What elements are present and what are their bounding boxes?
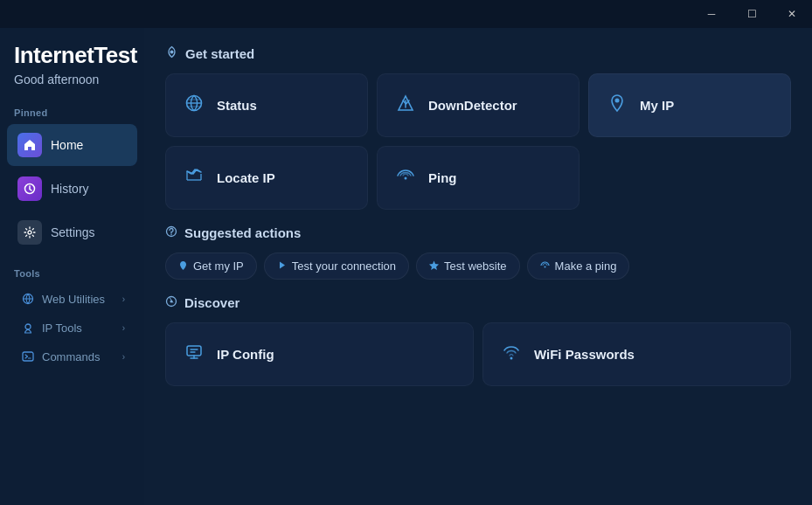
main-content: Get started Status <box>144 28 812 505</box>
status-label: Status <box>217 98 257 113</box>
svg-point-5 <box>170 51 174 54</box>
ipconfig-label: IP Config <box>217 347 274 362</box>
close-button[interactable]: ✕ <box>772 0 812 28</box>
status-icon <box>182 93 206 117</box>
testconnection-chip-icon <box>277 260 287 273</box>
testwebsite-chip-icon <box>429 260 439 273</box>
suggested-label: Suggested actions <box>184 225 301 240</box>
svg-point-3 <box>25 324 31 329</box>
feature-card-myip[interactable]: My IP <box>588 73 791 137</box>
svg-point-9 <box>405 177 407 180</box>
svg-point-14 <box>544 266 545 267</box>
myip-label: My IP <box>640 98 674 113</box>
ping-label: Ping <box>428 170 457 185</box>
discover-grid: IP Config WiFi Passwords <box>165 322 791 386</box>
suggested-section: Suggested actions Get my IP <box>165 225 791 280</box>
chip-testconnection[interactable]: Test your connection <box>264 252 409 280</box>
chip-makeaping-label: Make a ping <box>555 259 617 273</box>
sidebar-item-web-utilities[interactable]: Web Utilities › <box>7 285 137 313</box>
feature-card-downdetector[interactable]: DownDetector <box>377 73 580 137</box>
web-utilities-label: Web Utilities <box>42 293 105 306</box>
chip-testwebsite-label: Test website <box>444 259 507 273</box>
chip-getmyip[interactable]: Get my IP <box>165 252 257 280</box>
feature-card-status[interactable]: Status <box>165 73 368 137</box>
titlebar: ─ ☐ ✕ <box>691 0 812 28</box>
locateip-icon <box>182 166 206 190</box>
commands-label: Commands <box>42 350 100 363</box>
app-subtitle: Good afternoon <box>0 73 144 100</box>
get-started-label: Get started <box>185 46 254 61</box>
commands-icon <box>21 349 35 363</box>
svg-rect-17 <box>187 346 201 356</box>
chip-testwebsite[interactable]: Test website <box>416 252 520 280</box>
sidebar-item-commands[interactable]: Commands › <box>7 342 137 370</box>
suggested-header: Suggested actions <box>165 225 791 240</box>
discover-card-ipconfig[interactable]: IP Config <box>165 322 474 386</box>
chip-makeaping[interactable]: Make a ping <box>527 252 630 280</box>
settings-icon <box>17 220 42 245</box>
svg-marker-12 <box>280 261 285 268</box>
sidebar-item-home[interactable]: Home <box>7 124 137 166</box>
ipconfig-icon <box>182 342 206 366</box>
wifipasswords-label: WiFi Passwords <box>534 347 635 362</box>
history-icon <box>17 176 42 201</box>
pinned-label: Pinned <box>0 100 144 123</box>
discover-header: Discover <box>165 295 791 310</box>
feature-grid: Status DownDetector <box>165 73 791 210</box>
svg-point-18 <box>510 357 513 360</box>
web-utilities-chevron: › <box>122 294 125 304</box>
sidebar: InternetTest Good afternoon Pinned Home … <box>0 28 144 505</box>
get-started-icon <box>165 45 178 61</box>
myip-icon <box>605 93 629 117</box>
feature-card-locateip[interactable]: Locate IP <box>165 146 368 210</box>
downdetector-icon <box>393 93 418 117</box>
action-chips: Get my IP Test your connection <box>165 252 791 280</box>
sidebar-item-history[interactable]: History <box>7 168 137 210</box>
web-utilities-icon <box>21 292 35 306</box>
locateip-label: Locate IP <box>217 170 275 185</box>
suggested-icon <box>165 225 177 240</box>
wifipasswords-icon <box>499 342 524 366</box>
get-started-header: Get started <box>165 45 791 61</box>
discover-label: Discover <box>184 295 239 310</box>
makeaping-chip-icon <box>540 260 550 273</box>
commands-chevron: › <box>122 352 125 362</box>
svg-point-11 <box>170 234 171 235</box>
ip-tools-label: IP Tools <box>42 322 82 335</box>
discover-icon <box>165 295 177 310</box>
chip-getmyip-label: Get my IP <box>193 259 244 273</box>
sidebar-item-settings[interactable]: Settings <box>7 211 137 253</box>
home-label: Home <box>51 138 127 152</box>
settings-label: Settings <box>51 225 127 239</box>
app-layout: InternetTest Good afternoon Pinned Home … <box>0 0 812 505</box>
svg-marker-13 <box>429 260 439 270</box>
getmyip-chip-icon <box>178 260 188 273</box>
home-icon <box>17 133 42 157</box>
ip-tools-chevron: › <box>122 323 125 333</box>
sidebar-item-ip-tools[interactable]: IP Tools › <box>7 314 137 342</box>
history-label: History <box>51 182 127 196</box>
svg-point-1 <box>28 231 31 234</box>
maximize-button[interactable]: ☐ <box>732 0 772 28</box>
app-title: InternetTest <box>0 42 144 73</box>
svg-point-8 <box>615 99 620 103</box>
minimize-button[interactable]: ─ <box>691 0 732 28</box>
ip-tools-icon <box>21 321 35 335</box>
discover-card-wifipasswords[interactable]: WiFi Passwords <box>482 322 791 386</box>
tools-label: Tools <box>0 261 144 284</box>
discover-section: Discover IP Config <box>165 295 791 386</box>
tools-section: Tools Web Utilities › <box>0 261 144 371</box>
chip-testconnection-label: Test your connection <box>292 259 396 273</box>
ping-icon <box>393 166 418 190</box>
feature-card-ping[interactable]: Ping <box>377 146 580 210</box>
downdetector-label: DownDetector <box>428 98 517 113</box>
